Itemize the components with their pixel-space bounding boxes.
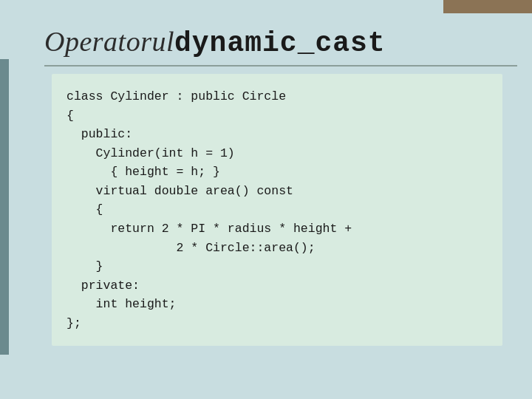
top-decoration-bar [443,0,532,13]
code-content: class Cylinder : public Circle { public:… [66,87,488,332]
title-divider [44,65,517,66]
slide: Operatorul dynamic_cast class Cylinder :… [0,0,532,399]
title-code-text: dynamic_cast [174,27,386,59]
title-area: Operatorul dynamic_cast [44,13,517,68]
code-block: class Cylinder : public Circle { public:… [52,74,502,346]
title-normal-text: Operatorul [44,25,174,58]
left-decoration-bar [0,59,9,355]
